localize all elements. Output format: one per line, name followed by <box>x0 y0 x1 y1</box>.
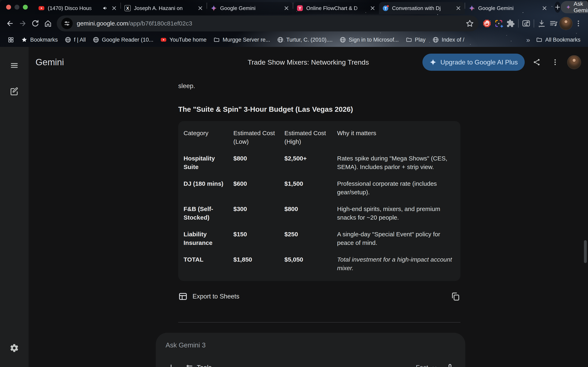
tab-strip: (1470) Disco Hous X Joseph A. Hazani on … <box>0 0 588 14</box>
tab-disco-house[interactable]: (1470) Disco Hous <box>35 2 121 14</box>
hamburger-icon <box>10 61 19 70</box>
new-tab-button[interactable] <box>554 2 561 13</box>
tools-button[interactable]: Tools <box>186 364 212 367</box>
tab-close-icon[interactable] <box>541 5 548 11</box>
home-button[interactable] <box>42 17 54 30</box>
main-menu-button[interactable] <box>6 57 23 74</box>
gemini-favicon <box>468 5 475 12</box>
plus-icon <box>554 4 561 10</box>
table-cell-category: Hospitality Suite <box>183 154 233 171</box>
prompt-controls: Tools Fast <box>165 362 456 367</box>
conversation-favicon: T <box>382 5 389 12</box>
url-bar[interactable]: gemini.google.com/app/b76f180c81ef02c3 <box>57 16 479 31</box>
tabs: (1470) Disco Hous X Joseph A. Hazani on … <box>35 0 551 14</box>
tab-online-flowchart[interactable]: Y Online FlowChart & D <box>293 2 379 14</box>
ask-gemini-button[interactable]: Ask Gemini <box>561 1 588 13</box>
share-button[interactable] <box>530 56 543 68</box>
bookmark-label: Google Reader (10... <box>102 37 153 43</box>
table-cell-low: $300 <box>233 205 285 222</box>
url-text[interactable]: gemini.google.com/app/b76f180c81ef02c3 <box>77 20 192 27</box>
tab-conversation-active[interactable]: T Conversation with Dj <box>379 2 465 14</box>
bookmark-item-turtur[interactable]: Turtur, C. (2010).... <box>274 34 336 45</box>
prompt-input[interactable]: Ask Gemini 3 Tools Fast <box>156 333 465 367</box>
adblock-extension-button[interactable] <box>481 17 493 29</box>
table-cell-high: $800 <box>285 205 337 222</box>
bookmarks-overflow-chevron[interactable]: » <box>524 36 532 44</box>
scrollbar-thumb[interactable] <box>584 240 587 263</box>
lens-capture-icon <box>494 19 503 28</box>
tab-title: Google Gemini <box>478 5 539 11</box>
upgrade-label: Upgrade to Google AI Plus <box>440 58 518 66</box>
ask-gemini-label: Ask Gemini <box>574 1 588 14</box>
bookmark-item-f-all[interactable]: f | All <box>62 34 89 45</box>
bookmark-label: YouTube home <box>169 37 207 43</box>
back-button[interactable] <box>4 17 16 30</box>
folder-icon <box>406 36 412 43</box>
svg-text:Y: Y <box>298 6 301 11</box>
globe-icon <box>277 36 284 43</box>
bookmark-star-button[interactable] <box>466 19 474 28</box>
new-chat-button[interactable] <box>6 83 23 100</box>
folder-icon <box>213 36 220 43</box>
bookmark-item-google-reader[interactable]: Google Reader (10... <box>90 34 156 45</box>
close-window-button[interactable] <box>6 5 11 9</box>
bookmark-item-sign-in-microsoft[interactable]: Sign in to Microsof... <box>337 34 402 45</box>
gemini-profile-avatar[interactable] <box>567 55 581 69</box>
bookmark-item-bookmarks[interactable]: Bookmarks <box>18 34 61 45</box>
add-attachment-button[interactable] <box>165 362 177 367</box>
apps-grid-button[interactable] <box>4 34 17 45</box>
tab-close-icon[interactable] <box>370 5 376 11</box>
copy-icon[interactable] <box>450 292 460 301</box>
tab-close-icon[interactable] <box>197 5 203 11</box>
column-header: Why it matters <box>337 129 456 146</box>
all-bookmarks-button[interactable]: All Bookmarks <box>533 34 584 45</box>
bookmark-label: Play <box>415 37 426 43</box>
minimize-window-button[interactable] <box>15 5 19 9</box>
sparkle-icon <box>429 58 437 66</box>
svg-text:T: T <box>384 6 387 11</box>
tab-joseph-hazani[interactable]: X Joseph A. Hazani on <box>121 2 207 14</box>
export-to-sheets-button[interactable]: Export to Sheets <box>192 293 239 300</box>
bookmark-item-youtube-home[interactable]: YouTube home <box>157 34 209 45</box>
bookmark-item-murgge-server[interactable]: Murgge Server re... <box>210 34 273 45</box>
tab-google-gemini-2[interactable]: Google Gemini <box>465 2 551 14</box>
browser-profile-avatar[interactable] <box>559 17 572 30</box>
tab-title: Conversation with Dj <box>392 5 452 11</box>
table-actions-row: Export to Sheets <box>178 287 460 306</box>
forward-button[interactable] <box>16 17 29 30</box>
upgrade-button[interactable]: Upgrade to Google AI Plus <box>423 54 525 71</box>
table-cell-low: $1,850 <box>233 255 285 272</box>
table-cell-why: High-end spirits, mixers, and premium sn… <box>337 205 456 222</box>
settings-button[interactable] <box>6 340 23 356</box>
extensions-button[interactable] <box>505 17 517 29</box>
conversation-content: sleep. The "Suite & Spin" 3-Hour Budget … <box>178 82 460 323</box>
url-host: gemini.google.com <box>77 20 128 27</box>
section-heading: The "Suite & Spin" 3-Hour Budget (Las Ve… <box>178 105 460 113</box>
search-page-button[interactable] <box>520 17 532 29</box>
voice-input-button[interactable] <box>444 362 456 367</box>
tab-audio-icon[interactable] <box>103 5 108 11</box>
model-selector[interactable]: Fast <box>416 364 438 367</box>
tab-close-icon[interactable] <box>283 5 290 11</box>
media-queue-button[interactable] <box>548 17 559 29</box>
table-cell-low: $800 <box>233 154 285 171</box>
apps-grid-icon <box>8 36 14 43</box>
site-info-button[interactable] <box>61 18 73 29</box>
bookmark-label: Turtur, C. (2010).... <box>286 37 333 43</box>
reload-button[interactable] <box>29 17 42 30</box>
youtube-favicon <box>38 5 45 12</box>
conversation-menu-button[interactable] <box>549 56 562 68</box>
prompt-placeholder: Ask Gemini 3 <box>165 341 456 349</box>
bookmark-item-index-of[interactable]: Index of / <box>429 34 467 45</box>
tab-close-icon[interactable] <box>111 5 117 11</box>
downloads-button[interactable] <box>536 17 548 29</box>
zoom-window-button[interactable] <box>23 5 28 9</box>
tab-close-icon[interactable] <box>455 5 461 11</box>
kebab-menu-icon <box>551 58 559 66</box>
header-actions: Upgrade to Google AI Plus <box>423 54 581 71</box>
browser-menu-button[interactable] <box>572 17 584 29</box>
bookmark-item-play[interactable]: Play <box>403 34 429 45</box>
screenshot-extension-button[interactable] <box>493 17 505 29</box>
tab-google-gemini-1[interactable]: Google Gemini <box>207 2 293 14</box>
bookmarks-bar: Bookmarks f | All Google Reader (10... Y… <box>0 33 588 47</box>
